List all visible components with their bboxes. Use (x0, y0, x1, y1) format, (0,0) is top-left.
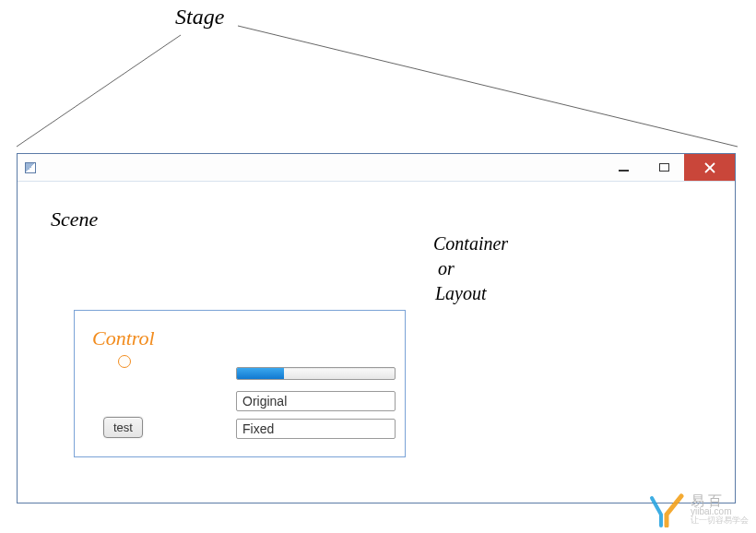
svg-line-1 (238, 26, 738, 147)
or-label: or (438, 258, 455, 279)
watermark-tagline: 让一切容易学会 (691, 516, 749, 525)
app-icon (18, 154, 43, 181)
watermark: 易百 yiibai.com 让一切容易学会 (648, 491, 749, 527)
progress-fill (237, 368, 284, 379)
watermark-logo-icon (648, 491, 685, 527)
close-icon (703, 161, 716, 174)
diagram-canvas: Stage Scene Container or Layout Control … (0, 0, 756, 533)
window-maximize-button[interactable] (644, 154, 684, 181)
container-label: Container (433, 233, 508, 255)
svg-line-0 (17, 35, 181, 147)
text-input-fixed[interactable] (236, 419, 396, 439)
titlebar (18, 154, 735, 182)
text-input-original[interactable] (236, 391, 396, 411)
control-origin-node (118, 355, 131, 368)
window-minimize-button[interactable] (603, 154, 644, 181)
test-button[interactable]: test (103, 417, 143, 438)
stage-label: Stage (175, 5, 224, 30)
window-close-button[interactable] (684, 154, 735, 181)
maximize-icon (659, 163, 669, 172)
minimize-icon (619, 170, 629, 172)
watermark-title: 易百 (691, 493, 749, 507)
scene-label: Scene (51, 207, 98, 231)
layout-label: Layout (435, 283, 487, 304)
progress-bar[interactable] (236, 367, 396, 380)
control-label: Control (92, 326, 155, 350)
